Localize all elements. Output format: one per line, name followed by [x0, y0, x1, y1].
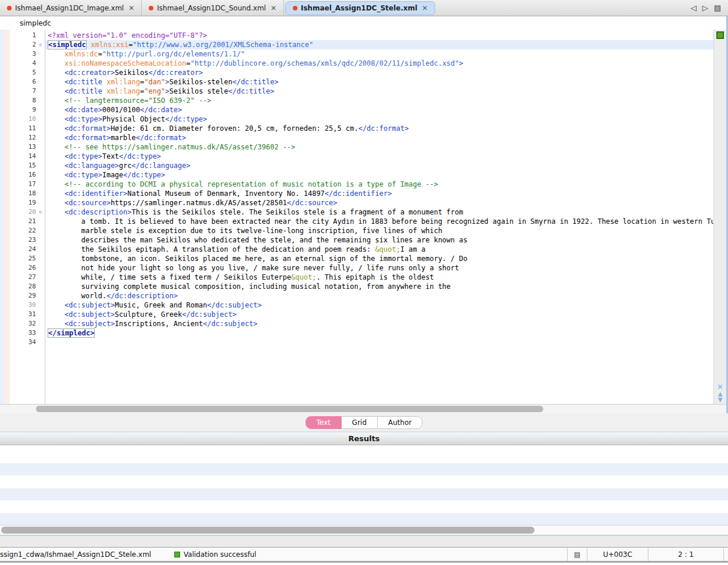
overview-ruler[interactable]: ✕ ▲ ▼	[713, 30, 726, 404]
fold-slot	[36, 142, 45, 152]
code-token: xml:lang	[106, 78, 140, 86]
code-line[interactable]: </simpledc>	[45, 328, 713, 338]
code-line[interactable]: the Seikilos epitaph. A translation of t…	[45, 245, 713, 254]
code-token: <!-- langtermsource="ISO 639-2" -->	[64, 96, 211, 105]
code-token: Seikilos stele	[170, 87, 228, 95]
code-token: <dc:type>	[64, 115, 102, 123]
tab-stele-xml[interactable]: Ishmael_Assign1DC_Stele.xml ✕	[285, 1, 436, 15]
code-token: <dc:subject>	[64, 310, 115, 319]
mode-text-button[interactable]: Text	[306, 416, 342, 429]
code-token: world.	[48, 292, 106, 300]
code-line[interactable]: <dc:identifier>National Museum of Denmar…	[45, 189, 713, 198]
line-number-gutter: 1234567891011121314151617181920212223242…	[10, 30, 36, 404]
code-line[interactable]: <dc:subject>Sculpture, Greek</dc:subject…	[45, 310, 713, 319]
code-token: tombstone, an icon. Seikilos placed me h…	[48, 255, 467, 263]
editor-horizontal-scrollbar[interactable]	[0, 404, 726, 413]
code-editor[interactable]: <?xml version="1.0" encoding="UTF-8"?><s…	[45, 30, 713, 404]
next-mark-icon[interactable]: ▼	[714, 397, 726, 403]
fold-toggle-icon[interactable]: ▿	[36, 208, 45, 217]
code-line[interactable]: <!-- according to DCMI a physical repres…	[45, 180, 713, 189]
code-line[interactable]: <dc:description>This is the Seikilos ste…	[45, 208, 713, 217]
code-token: </dc:type>	[123, 171, 165, 179]
app-window: Ishmael_Assign1DC_Image.xml ✕ Ishmael_As…	[0, 0, 728, 565]
code-line[interactable]: <dc:format>Højde: 61 cm. Diameter forove…	[45, 124, 713, 133]
code-line[interactable]: <dc:language>grc</dc:language>	[45, 161, 713, 170]
fold-slot	[36, 273, 45, 282]
code-line[interactable]: a tomb. It is believed to have been extr…	[45, 217, 713, 226]
unicode-indicator: U+003C	[587, 548, 648, 561]
fold-slot	[36, 77, 45, 87]
code-line[interactable]: <dc:subject>Inscriptions, Ancient</dc:su…	[45, 319, 713, 328]
code-line[interactable]: <?xml version="1.0" encoding="UTF-8"?>	[45, 31, 713, 40]
fold-slot	[36, 319, 45, 328]
scrollbar-thumb[interactable]	[36, 406, 543, 412]
line-number: 11	[10, 124, 36, 133]
code-line[interactable]: surviving complete musical composition, …	[45, 282, 713, 291]
code-token: >	[165, 87, 169, 95]
line-number: 28	[10, 282, 36, 291]
tab-image-xml[interactable]: Ishmael_Assign1DC_Image.xml ✕	[0, 0, 142, 16]
code-line[interactable]: <dc:subject>Music, Greek and Roman</dc:s…	[45, 301, 713, 310]
code-line[interactable]: <dc:creator>Seikilos</dc:creator>	[45, 68, 713, 77]
code-line[interactable]: xmlns:dc="http://purl.org/dc/elements/1.…	[45, 49, 713, 59]
code-line[interactable]: <dc:source>https://samlinger.natmus.dk/A…	[45, 198, 713, 208]
mode-author-button[interactable]: Author	[378, 416, 422, 429]
code-line[interactable]: <!-- see https://samlinger.natmus.dk/AS/…	[45, 142, 713, 152]
code-line[interactable]: not hide your light so long as you live,…	[45, 263, 713, 273]
prev-tab-icon[interactable]: ◁	[691, 3, 697, 12]
fold-slot	[36, 245, 45, 254]
scrollbar-thumb[interactable]	[1, 527, 535, 534]
code-line[interactable]: <dc:type>Text</dc:type>	[45, 152, 713, 161]
fold-slot	[36, 115, 45, 124]
code-line[interactable]: <dc:type>Image</dc:type>	[45, 170, 713, 180]
breadcrumb-element[interactable]: simpledc	[20, 19, 51, 27]
code-line[interactable]: marble stele is exception due to its twe…	[45, 226, 713, 235]
code-token: "dan"	[144, 78, 165, 86]
line-number: 30	[10, 301, 36, 310]
validation-ok-square	[716, 31, 724, 39]
code-line[interactable]	[45, 338, 713, 347]
close-icon[interactable]: ✕	[127, 4, 135, 12]
code-line[interactable]: xsi:noNamespaceSchemaLocation="http://du…	[45, 59, 713, 68]
code-line[interactable]: <dc:date>0001/0100</dc:date>	[45, 105, 713, 115]
fold-slot	[36, 87, 45, 96]
results-zebra-rows	[0, 463, 728, 525]
fold-slot	[36, 49, 45, 59]
fold-slot	[36, 170, 45, 180]
code-token: Inscriptions, Ancient	[115, 320, 203, 328]
results-list[interactable]	[0, 445, 728, 525]
code-line[interactable]: describes the man Seikilos who dedicated…	[45, 235, 713, 245]
modified-dot-icon	[149, 6, 153, 10]
code-token: <dc:date>	[64, 106, 102, 114]
fold-slot	[36, 189, 45, 198]
code-line[interactable]: <dc:type>Physical Object</dc:type>	[45, 115, 713, 124]
mode-grid-button[interactable]: Grid	[342, 416, 378, 429]
tab-sound-xml[interactable]: Ishmael_Assign1DC_Sound.xml ✕	[142, 0, 284, 16]
code-line[interactable]: <dc:title xml:lang="eng">Seikilos stele<…	[45, 87, 713, 96]
fold-slot	[36, 161, 45, 170]
fold-toggle-icon[interactable]: ▿	[36, 40, 45, 49]
fold-slot	[36, 291, 45, 301]
code-line[interactable]: tombstone, an icon. Seikilos placed me h…	[45, 254, 713, 263]
code-line[interactable]: while, / time sets a fixed term / Seikil…	[45, 273, 713, 282]
code-line[interactable]: <simpledc xmlns:xsi="http://www.w3.org/2…	[45, 40, 713, 49]
code-line[interactable]: <dc:title xml:lang="dan">Seikilos-stelen…	[45, 77, 713, 87]
code-line[interactable]: world.</dc:description>	[45, 291, 713, 301]
close-icon[interactable]: ✕	[421, 4, 429, 12]
code-token: <dc:identifier>	[64, 189, 127, 198]
clear-marks-icon[interactable]: ✕	[714, 383, 726, 391]
code-line[interactable]: <!-- langtermsource="ISO 639-2" -->	[45, 96, 713, 105]
code-line[interactable]: <dc:format>marble</dc:format>	[45, 133, 713, 142]
code-token	[48, 87, 64, 95]
code-token: Sculpture, Greek	[115, 310, 182, 319]
close-icon[interactable]: ✕	[270, 4, 278, 12]
next-tab-icon[interactable]: ▷	[702, 3, 708, 12]
tab-list-icon[interactable]: ▤	[714, 3, 721, 12]
results-horizontal-scrollbar[interactable]	[0, 525, 728, 535]
fold-gutter[interactable]: ▿▿	[36, 30, 45, 404]
fold-slot	[36, 124, 45, 133]
code-token: grc	[119, 162, 132, 170]
line-number: 10	[10, 115, 36, 124]
tab-bar: Ishmael_Assign1DC_Image.xml ✕ Ishmael_As…	[0, 0, 728, 16]
code-token	[48, 143, 64, 151]
